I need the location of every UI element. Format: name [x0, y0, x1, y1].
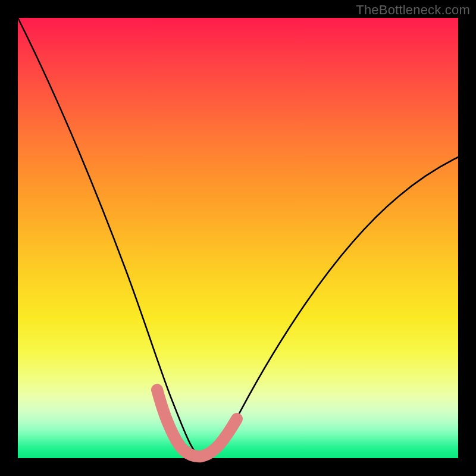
highlight-trough — [157, 390, 237, 456]
chart-frame: TheBottleneck.com — [0, 0, 476, 476]
curve-svg — [18, 18, 458, 458]
plot-area — [18, 18, 458, 458]
bottleneck-curve — [18, 18, 458, 456]
watermark-text: TheBottleneck.com — [356, 2, 470, 18]
